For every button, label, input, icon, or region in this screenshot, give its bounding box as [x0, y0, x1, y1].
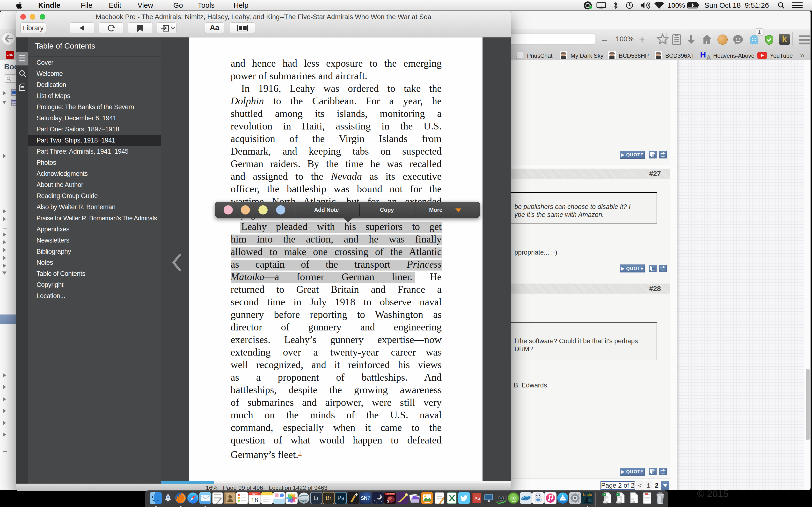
svg-text:TXT: TXT	[631, 501, 635, 503]
svg-text:Nebulosity: Nebulosity	[386, 493, 395, 495]
svg-text:PRO: PRO	[301, 501, 306, 503]
svg-text:3: 3	[387, 500, 389, 503]
svg-text:18: 18	[251, 496, 258, 504]
svg-text:Aa: Aa	[474, 495, 480, 501]
svg-text:XLSX: XLSX	[603, 501, 608, 503]
svg-text:kindle: kindle	[583, 493, 592, 497]
svg-text:OCT: OCT	[252, 493, 257, 495]
svg-text:X: X	[617, 493, 618, 496]
svg-text:XLSX: XLSX	[617, 501, 621, 503]
svg-text:X: X	[604, 493, 605, 496]
svg-text:Deluxe: Deluxe	[511, 501, 516, 502]
svg-text:TC: TC	[511, 496, 516, 500]
